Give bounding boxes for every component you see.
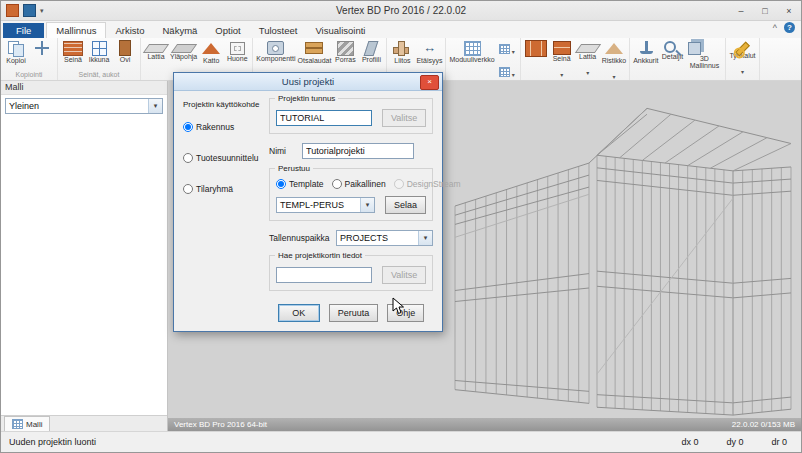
status-bar: Uuden projektin luonti dx 0 dy 0 dr 0 <box>1 431 801 452</box>
tab-mallinnus[interactable]: Mallinnus <box>46 22 106 38</box>
project-name-input[interactable] <box>302 143 414 159</box>
detail-icon <box>664 41 676 53</box>
zone-tool-button[interactable] <box>498 62 516 81</box>
radio-template[interactable]: Template <box>276 179 324 189</box>
window-button[interactable]: Ikkuna <box>86 39 112 70</box>
floor-button[interactable]: Lattia <box>143 39 169 81</box>
model-type-value: Yleinen <box>6 101 148 111</box>
dx-readout: dx 0 <box>681 437 698 447</box>
tab-tulosteet[interactable]: Tulosteet <box>250 23 307 38</box>
profile-icon <box>364 41 379 56</box>
radio-tilaryhma-input[interactable] <box>183 184 193 194</box>
chevron-down-icon <box>560 63 563 81</box>
maximize-button[interactable]: □ <box>753 1 777 20</box>
app-version-text: Vertex BD Pro 2016 64-bit <box>174 420 267 429</box>
browse-button[interactable]: Selaa <box>385 196 426 214</box>
project-card-select-button[interactable]: Valitse <box>382 266 426 284</box>
radio-rakennus-input[interactable] <box>183 122 193 132</box>
project-id-group-label: Projektin tunnus <box>275 94 338 103</box>
save-location-select[interactable]: PROJECTS ▾ <box>336 230 433 246</box>
minimize-button[interactable]: – <box>729 1 753 20</box>
window-title: Vertex BD Pro 2016 / 22.0.02 <box>1 5 801 16</box>
radio-template-input[interactable] <box>276 179 286 189</box>
project-id-select-button[interactable]: Valitse <box>382 109 426 127</box>
truss-button[interactable]: Ristikko <box>601 39 628 81</box>
copy-button[interactable]: Kopioi <box>3 39 29 70</box>
floor-element-button[interactable]: Lattia <box>575 39 601 81</box>
room-icon <box>230 42 245 55</box>
chevron-down-icon <box>612 65 615 81</box>
model-tab-label: Malli <box>26 420 42 429</box>
radio-tilaryhma[interactable]: Tilaryhmä <box>183 184 269 194</box>
anchors-button[interactable]: Ankkurit <box>632 39 659 81</box>
canvas-status-strip: Vertex BD Pro 2016 64-bit 22.0.02 0/153 … <box>168 418 801 431</box>
copy-icon <box>6 40 26 57</box>
cancel-button[interactable]: Peruuta <box>329 304 379 322</box>
ribbon-group-vyohyke: Moduuliverkko Vyöhyke <box>446 38 520 80</box>
quick-access-dropdown-icon[interactable]: ▾ <box>40 7 44 15</box>
module-grid-button[interactable]: Moduuliverkko <box>448 39 495 81</box>
app-icon <box>6 4 19 17</box>
3d-model-button[interactable]: 3D Mallinnus <box>685 39 723 81</box>
element-panel-icon <box>525 40 547 57</box>
radio-rakennus[interactable]: Rakennus <box>183 122 269 132</box>
ok-button[interactable]: OK <box>278 304 320 322</box>
tab-file[interactable]: File <box>3 23 44 38</box>
template-select[interactable]: TEMPL-PERUS ▾ <box>276 197 375 213</box>
help-button[interactable]: Ohje <box>387 304 424 322</box>
project-id-group: Projektin tunnus Valitse <box>269 98 433 134</box>
model-panel: Malli Yleinen ▾ Malli <box>1 81 168 431</box>
name-label: Nimi <box>269 146 297 156</box>
model-tab[interactable]: Malli <box>4 416 50 431</box>
dialog-title: Uusi projekti <box>282 76 334 87</box>
wall-element-button[interactable]: Seinä <box>549 39 575 81</box>
tab-visualisointi[interactable]: Visualisointi <box>306 23 374 38</box>
door-icon <box>119 40 131 56</box>
move-button[interactable] <box>29 39 55 70</box>
project-card-group-label: Hae projektikortin tiedot <box>275 251 365 260</box>
model-type-select[interactable]: Yleinen ▾ <box>5 98 163 114</box>
project-card-group: Hae projektikortin tiedot Valitse <box>269 255 433 291</box>
wireframe-house-drawing <box>441 81 801 418</box>
zone-tool-button[interactable] <box>498 39 516 59</box>
ribbon-group-piirtaminen: Ankkurit Detaljit 3D Mallinnus Piirtämin… <box>630 38 726 80</box>
anchor-icon <box>636 40 656 57</box>
model-tree-area <box>1 117 167 415</box>
based-on-group: Perustuu Template Paikallinen DesignS <box>269 168 433 221</box>
tab-optiot[interactable]: Optiot <box>206 23 249 38</box>
tools-button[interactable]: Työkalut <box>728 39 756 78</box>
close-button[interactable]: × <box>777 1 801 20</box>
ribbon-group-tyokalut: Työkalut <box>726 38 759 80</box>
application-window: ▾ Vertex BD Pro 2016 / 22.0.02 – □ × Fil… <box>0 0 802 453</box>
panel-tab-bar: Malli <box>1 415 167 431</box>
roof-icon <box>202 43 220 54</box>
fascia-board-icon <box>304 40 324 57</box>
radio-tuotesuunnittelu-input[interactable] <box>183 153 193 163</box>
help-icon[interactable]: ? <box>784 22 795 33</box>
save-location-label: Tallennuspaikka <box>269 233 331 243</box>
component-icon <box>267 41 284 55</box>
ribbon-collapse-icon[interactable]: ^ <box>773 23 777 33</box>
tab-arkisto[interactable]: Arkisto <box>106 23 153 38</box>
project-id-input[interactable] <box>276 110 372 126</box>
tab-nakyma[interactable]: Näkymä <box>154 23 207 38</box>
dialog-close-button[interactable]: × <box>420 75 439 90</box>
new-project-dialog: Uusi projekti × Projektin käyttökohde Ra… <box>173 72 443 332</box>
joint-icon <box>392 40 412 57</box>
ribbon-group-kopiointi: Kopioi Kopiointi <box>1 38 58 80</box>
ribbon-tab-bar: File Mallinnus Arkisto Näkymä Optiot Tul… <box>1 21 801 38</box>
details-button[interactable]: Detaljit <box>659 39 685 81</box>
chevron-down-icon <box>703 69 706 81</box>
element-tool-button[interactable] <box>523 39 549 81</box>
wall-button[interactable]: Seinä <box>60 39 86 70</box>
radio-paikallinen[interactable]: Paikallinen <box>332 179 386 189</box>
chevron-down-icon: ▾ <box>418 231 432 245</box>
save-icon[interactable] <box>23 4 36 17</box>
radio-paikallinen-input[interactable] <box>332 179 342 189</box>
project-card-input[interactable] <box>276 267 372 283</box>
radio-tuotesuunnittelu[interactable]: Tuotesuunnittelu <box>183 153 269 163</box>
chevron-down-icon: ▾ <box>360 198 374 212</box>
model-tab-icon <box>12 419 23 429</box>
distance-icon <box>419 40 439 57</box>
door-button[interactable]: Ovi <box>112 39 138 70</box>
